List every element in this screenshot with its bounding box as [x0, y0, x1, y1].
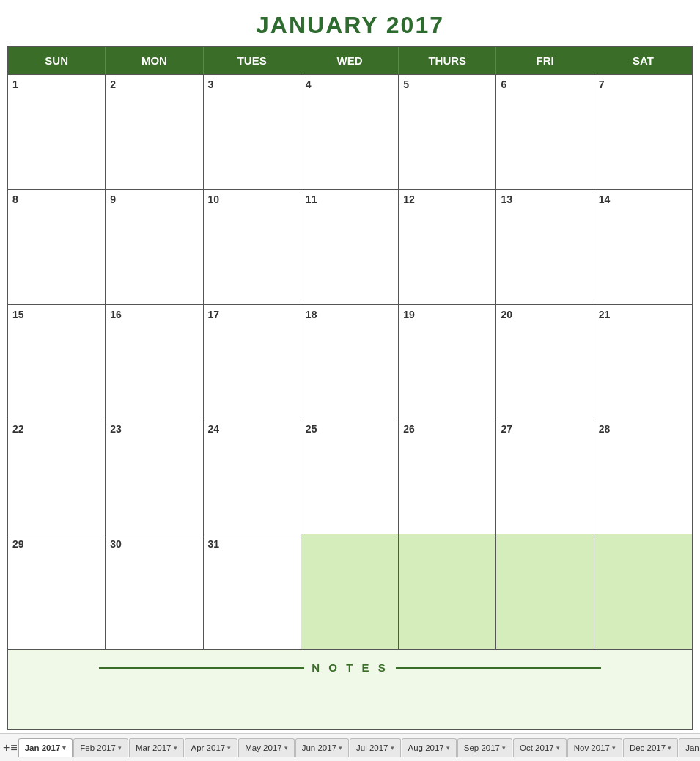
day-cell-26[interactable]: 26	[399, 419, 496, 534]
sheet-menu-button[interactable]: ≡	[10, 740, 17, 756]
header-cell-sun: SUN	[8, 47, 106, 74]
day-cell-empty-4-4[interactable]	[399, 534, 496, 649]
day-cell-empty-4-5[interactable]	[496, 534, 594, 649]
day-cell-21[interactable]: 21	[594, 305, 692, 419]
notes-section: N O T E S	[8, 649, 692, 729]
sheet-tab-jan-2017[interactable]: Jan 2017 ▾	[18, 738, 73, 757]
sheet-tab-feb-2017[interactable]: Feb 2017 ▾	[73, 738, 128, 757]
day-cell-6[interactable]: 6	[496, 75, 594, 189]
day-cell-5[interactable]: 5	[399, 75, 496, 189]
day-cell-4[interactable]: 4	[301, 75, 399, 189]
add-sheet-button[interactable]: +	[3, 740, 10, 756]
day-cell-13[interactable]: 13	[496, 190, 594, 304]
day-cell-12[interactable]: 12	[399, 190, 496, 304]
week-row-1: 1234567	[8, 74, 692, 189]
day-cell-22[interactable]: 22	[8, 419, 106, 534]
day-cell-1[interactable]: 1	[8, 75, 106, 189]
header-cell-thurs: THURS	[399, 47, 496, 74]
header-row: SUNMONTUESWEDTHURSFRISAT	[8, 47, 692, 74]
sheet-tab-dec-2017[interactable]: Dec 2017 ▾	[623, 738, 678, 757]
day-cell-15[interactable]: 15	[8, 305, 106, 419]
sheet-tab-oct-2017[interactable]: Oct 2017 ▾	[513, 738, 567, 757]
day-cell-16[interactable]: 16	[106, 305, 203, 419]
notes-line-right	[396, 667, 601, 669]
day-cell-30[interactable]: 30	[106, 534, 203, 649]
day-cell-17[interactable]: 17	[204, 305, 301, 419]
sheet-tab-jul-2017[interactable]: Jul 2017 ▾	[350, 738, 400, 757]
week-row-2: 891011121314	[8, 189, 692, 304]
calendar-container: JANUARY 2017 SUNMONTUESWEDTHURSFRISAT 12…	[0, 0, 700, 733]
day-cell-18[interactable]: 18	[301, 305, 399, 419]
notes-label: N O T E S	[312, 661, 388, 674]
day-cell-10[interactable]: 10	[204, 190, 301, 304]
day-cell-empty-4-6[interactable]	[594, 534, 692, 649]
week-row-4: 22232425262728	[8, 419, 692, 534]
day-cell-29[interactable]: 29	[8, 534, 106, 649]
notes-line-left	[99, 667, 304, 669]
day-cell-25[interactable]: 25	[301, 419, 399, 534]
day-cell-empty-4-3[interactable]	[301, 534, 399, 649]
day-cell-9[interactable]: 9	[106, 190, 203, 304]
header-cell-mon: MON	[106, 47, 203, 74]
day-cell-28[interactable]: 28	[594, 419, 692, 534]
day-cell-24[interactable]: 24	[204, 419, 301, 534]
day-cell-7[interactable]: 7	[594, 75, 692, 189]
sheet-tab-mar-2017[interactable]: Mar 2017 ▾	[129, 738, 184, 757]
day-cell-20[interactable]: 20	[496, 305, 594, 419]
header-cell-fri: FRI	[496, 47, 594, 74]
sheet-tab-jan-2018[interactable]: Jan 2018 ▾	[679, 738, 700, 757]
day-cell-27[interactable]: 27	[496, 419, 594, 534]
day-cell-11[interactable]: 11	[301, 190, 399, 304]
sheet-tab-sep-2017[interactable]: Sep 2017 ▾	[457, 738, 512, 757]
day-cell-19[interactable]: 19	[399, 305, 496, 419]
week-row-3: 15161718192021	[8, 304, 692, 419]
header-cell-sat: SAT	[594, 47, 692, 74]
calendar-grid: SUNMONTUESWEDTHURSFRISAT 123456789101112…	[7, 46, 693, 730]
sheet-tab-jun-2017[interactable]: Jun 2017 ▾	[295, 738, 349, 757]
day-cell-3[interactable]: 3	[204, 75, 301, 189]
header-cell-tues: TUES	[204, 47, 301, 74]
sheet-tab-aug-2017[interactable]: Aug 2017 ▾	[402, 738, 457, 757]
calendar-title: JANUARY 2017	[7, 6, 693, 46]
day-cell-31[interactable]: 31	[204, 534, 301, 649]
sheet-tab-apr-2017[interactable]: Apr 2017 ▾	[185, 738, 238, 757]
week-row-5: 293031	[8, 534, 692, 649]
day-cell-8[interactable]: 8	[8, 190, 106, 304]
day-cell-14[interactable]: 14	[594, 190, 692, 304]
notes-title-row: N O T E S	[23, 657, 677, 674]
day-cell-2[interactable]: 2	[106, 75, 203, 189]
header-cell-wed: WED	[301, 47, 399, 74]
sheet-tab-may-2017[interactable]: May 2017 ▾	[238, 738, 295, 757]
weeks-area: 1234567891011121314151617181920212223242…	[8, 74, 692, 649]
day-cell-23[interactable]: 23	[106, 419, 203, 534]
sheet-tab-nov-2017[interactable]: Nov 2017 ▾	[567, 738, 622, 757]
bottom-tabs-bar: + ≡ Jan 2017 ▾Feb 2017 ▾Mar 2017 ▾Apr 20…	[0, 733, 700, 761]
